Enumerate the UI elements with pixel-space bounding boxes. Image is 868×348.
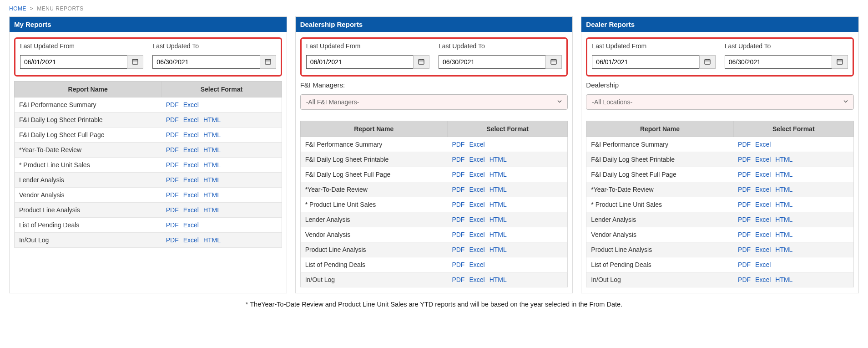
breadcrumb-home-link[interactable]: HOME (9, 5, 26, 12)
format-link-excel[interactable]: Excel (469, 261, 484, 268)
format-link-html[interactable]: HTML (775, 276, 792, 283)
panel-title-dealership-reports: Dealership Reports (296, 17, 573, 32)
format-link-excel[interactable]: Excel (469, 246, 484, 253)
format-link-excel[interactable]: Excel (755, 216, 771, 223)
select-fi-managers[interactable]: -All F&I Managers- (300, 94, 568, 110)
format-link-html[interactable]: HTML (203, 116, 221, 123)
format-link-html[interactable]: HTML (203, 131, 221, 138)
format-link-excel[interactable]: Excel (469, 276, 484, 283)
format-link-excel[interactable]: Excel (469, 201, 484, 208)
format-link-excel[interactable]: Excel (469, 141, 484, 148)
format-link-excel[interactable]: Excel (469, 216, 484, 223)
select-dealership-locations[interactable]: -All Locations- (586, 94, 854, 110)
format-link-html[interactable]: HTML (775, 156, 792, 163)
input-updated-from-dealer[interactable] (592, 55, 699, 69)
format-link-pdf[interactable]: PDF (452, 141, 464, 148)
calendar-button-from-my[interactable] (127, 55, 143, 69)
format-link-pdf[interactable]: PDF (452, 261, 464, 268)
format-link-html[interactable]: HTML (203, 176, 221, 184)
format-link-html[interactable]: HTML (775, 246, 792, 253)
format-link-html[interactable]: HTML (775, 201, 792, 208)
format-link-pdf[interactable]: PDF (738, 171, 751, 178)
format-link-pdf[interactable]: PDF (166, 236, 179, 244)
format-link-html[interactable]: HTML (490, 276, 507, 283)
format-link-pdf[interactable]: PDF (452, 156, 464, 163)
format-link-pdf[interactable]: PDF (738, 246, 751, 253)
format-link-excel[interactable]: Excel (755, 171, 771, 178)
format-link-pdf[interactable]: PDF (166, 116, 179, 123)
format-link-excel[interactable]: Excel (755, 186, 771, 193)
input-updated-from-my[interactable] (20, 55, 127, 69)
format-link-html[interactable]: HTML (775, 216, 792, 223)
input-updated-to-my[interactable] (152, 55, 259, 69)
input-updated-to-dealership[interactable] (439, 55, 545, 69)
format-link-excel[interactable]: Excel (469, 186, 484, 193)
format-link-excel[interactable]: Excel (183, 131, 199, 138)
format-link-pdf[interactable]: PDF (452, 276, 464, 283)
format-link-html[interactable]: HTML (775, 171, 792, 178)
format-link-excel[interactable]: Excel (755, 156, 771, 163)
format-link-excel[interactable]: Excel (755, 276, 771, 283)
format-link-excel[interactable]: Excel (469, 231, 484, 238)
calendar-button-to-dealership[interactable] (545, 55, 562, 69)
calendar-button-from-dealership[interactable] (413, 55, 429, 69)
format-link-pdf[interactable]: PDF (738, 261, 751, 268)
format-link-html[interactable]: HTML (490, 156, 507, 163)
format-link-html[interactable]: HTML (490, 231, 507, 238)
format-link-pdf[interactable]: PDF (166, 161, 179, 169)
format-link-excel[interactable]: Excel (183, 176, 199, 184)
format-link-excel[interactable]: Excel (755, 141, 771, 148)
format-link-html[interactable]: HTML (490, 186, 507, 193)
format-link-pdf[interactable]: PDF (452, 201, 464, 208)
input-updated-to-dealer[interactable] (725, 55, 832, 69)
format-link-excel[interactable]: Excel (755, 246, 771, 253)
format-link-excel[interactable]: Excel (183, 161, 199, 169)
calendar-button-from-dealer[interactable] (699, 55, 716, 69)
format-link-html[interactable]: HTML (775, 186, 792, 193)
format-link-excel[interactable]: Excel (755, 201, 771, 208)
format-link-pdf[interactable]: PDF (452, 231, 464, 238)
format-link-html[interactable]: HTML (775, 231, 792, 238)
format-link-excel[interactable]: Excel (183, 146, 199, 154)
format-link-excel[interactable]: Excel (183, 191, 199, 199)
format-link-html[interactable]: HTML (203, 161, 221, 169)
format-link-excel[interactable]: Excel (469, 171, 484, 178)
format-link-pdf[interactable]: PDF (452, 216, 464, 223)
format-link-excel[interactable]: Excel (755, 261, 771, 268)
format-link-excel[interactable]: Excel (183, 101, 199, 108)
format-link-pdf[interactable]: PDF (738, 186, 751, 193)
format-link-excel[interactable]: Excel (755, 231, 771, 238)
format-link-pdf[interactable]: PDF (166, 131, 179, 138)
format-link-pdf[interactable]: PDF (452, 246, 464, 253)
format-link-html[interactable]: HTML (203, 191, 221, 199)
format-link-pdf[interactable]: PDF (166, 206, 179, 214)
calendar-button-to-dealer[interactable] (832, 55, 848, 69)
format-link-pdf[interactable]: PDF (738, 201, 751, 208)
format-link-pdf[interactable]: PDF (452, 171, 464, 178)
format-link-pdf[interactable]: PDF (166, 221, 179, 229)
format-link-pdf[interactable]: PDF (738, 216, 751, 223)
format-link-html[interactable]: HTML (490, 246, 507, 253)
format-link-pdf[interactable]: PDF (738, 231, 751, 238)
format-link-pdf[interactable]: PDF (166, 176, 179, 184)
format-link-pdf[interactable]: PDF (738, 276, 751, 283)
format-link-html[interactable]: HTML (490, 171, 507, 178)
format-link-excel[interactable]: Excel (183, 236, 199, 244)
format-link-pdf[interactable]: PDF (166, 101, 179, 108)
format-link-excel[interactable]: Excel (183, 116, 199, 123)
format-link-html[interactable]: HTML (490, 216, 507, 223)
format-link-excel[interactable]: Excel (469, 156, 484, 163)
calendar-button-to-my[interactable] (260, 55, 276, 69)
format-link-excel[interactable]: Excel (183, 221, 199, 229)
format-link-pdf[interactable]: PDF (166, 146, 179, 154)
format-link-html[interactable]: HTML (490, 201, 507, 208)
format-link-pdf[interactable]: PDF (738, 156, 751, 163)
input-updated-from-dealership[interactable] (306, 55, 413, 69)
format-link-pdf[interactable]: PDF (738, 141, 751, 148)
format-link-pdf[interactable]: PDF (166, 191, 179, 199)
format-link-html[interactable]: HTML (203, 236, 221, 244)
format-link-pdf[interactable]: PDF (452, 186, 464, 193)
format-link-excel[interactable]: Excel (183, 206, 199, 214)
format-link-html[interactable]: HTML (203, 206, 221, 214)
format-link-html[interactable]: HTML (203, 146, 221, 154)
